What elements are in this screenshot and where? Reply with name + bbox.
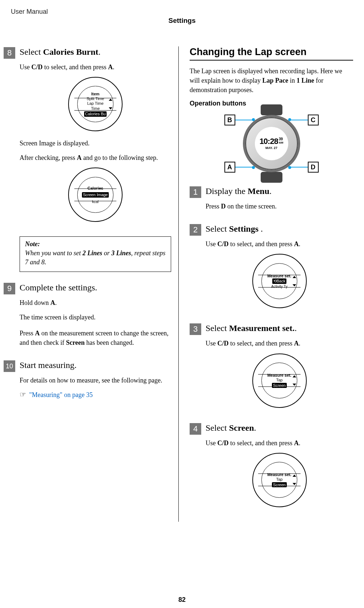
header-left: User Manual bbox=[11, 8, 48, 16]
step-title: Display the Menu. bbox=[206, 186, 353, 197]
button-label-c: C bbox=[308, 115, 319, 125]
step-body: Select Settings . Use C/D to select, and… bbox=[206, 223, 353, 315]
step-text: The time screen is displayed. bbox=[20, 313, 171, 322]
diagram-box: 10:28 39 AM MAY. 27 bbox=[203, 111, 340, 176]
step-body: Start measuring. For details on how to m… bbox=[20, 360, 171, 399]
step-body: Select Calories Burnt. Use C/D to select… bbox=[20, 46, 171, 229]
step-number: 3 bbox=[190, 323, 201, 335]
step-text: Use C/D to select, and then press A. bbox=[206, 239, 353, 249]
note-title: Note: bbox=[25, 240, 166, 248]
watch-screen-content: Calories Screen Image kcal bbox=[80, 180, 110, 210]
note-body: When you want to set 2 Lines or 3 Lines,… bbox=[25, 249, 166, 267]
button-label-a: A bbox=[224, 162, 235, 173]
step-10: 10 Start measuring. For details on how t… bbox=[4, 360, 171, 399]
step-text: Screen Image is displayed. bbox=[20, 138, 171, 148]
left-column: 8 Select Calories Burnt. Use C/D to sele… bbox=[4, 46, 178, 522]
watch-screen-content: Measure set. Tap Screen bbox=[265, 366, 294, 396]
step-text: After checking, press A and go to the fo… bbox=[20, 153, 171, 162]
step-text: For details on how to measure, see the f… bbox=[20, 376, 171, 385]
note-box: Note: When you want to set 2 Lines or 3 … bbox=[20, 236, 171, 272]
step-title: Select Measurement set.. bbox=[206, 323, 353, 334]
step-title: Start measuring. bbox=[20, 360, 171, 371]
watch-face-icon: 10:28 39 AM MAY. 27 bbox=[255, 127, 288, 160]
step-r4: 4 Select Screen. Use C/D to select, and … bbox=[190, 422, 353, 514]
step-text: Hold down A. bbox=[20, 298, 171, 307]
step-text: Use C/D to select, and then press A. bbox=[206, 339, 353, 348]
step-title: Select Calories Burnt. bbox=[20, 46, 171, 57]
step-title: Select Screen. bbox=[206, 422, 353, 433]
step-number: 9 bbox=[4, 283, 15, 294]
watch-face-icon: Item Split Time Lap Time Time Calories B… bbox=[68, 77, 123, 131]
indicator-dot bbox=[252, 166, 255, 169]
button-label-b: B bbox=[224, 115, 235, 125]
right-column: Changing the Lap screen The Lap screen i… bbox=[178, 46, 353, 522]
step-r1: 1 Display the Menu. Press D on the time … bbox=[190, 186, 353, 216]
watch-face-icon: Measure set. Tap Screen bbox=[252, 453, 307, 507]
watch-strap-icon bbox=[261, 104, 282, 115]
step-8: 8 Select Calories Burnt. Use C/D to sele… bbox=[4, 46, 171, 229]
header: User Manual Settings bbox=[0, 7, 364, 21]
watch-screen-content: Measure set. Tap Screen bbox=[265, 465, 294, 495]
step-number: 8 bbox=[4, 47, 15, 59]
step-number: 10 bbox=[4, 360, 15, 372]
indicator-line bbox=[290, 120, 309, 120]
step-r2: 2 Select Settings . Use C/D to select, a… bbox=[190, 223, 353, 315]
step-text: Use C/D to select, and then press A. bbox=[20, 62, 171, 72]
step-body: Display the Menu. Press D on the time sc… bbox=[206, 186, 353, 216]
indicator-line bbox=[290, 167, 309, 167]
divider bbox=[190, 60, 353, 61]
watch-face-icon: Calories Screen Image kcal bbox=[68, 167, 123, 222]
watch-body-icon: 10:28 39 AM MAY. 27 bbox=[245, 117, 298, 170]
cross-reference: ☞ "Measuring" on page 35 bbox=[20, 390, 171, 399]
columns: 8 Select Calories Burnt. Use C/D to sele… bbox=[0, 46, 364, 522]
indicator-line bbox=[235, 120, 253, 120]
step-body: Select Measurement set.. Use C/D to sele… bbox=[206, 323, 353, 415]
step-number: 1 bbox=[190, 186, 201, 198]
watch-screen-content: Item Split Time Lap Time Time Calories B… bbox=[80, 89, 110, 119]
page-number: 82 bbox=[178, 596, 186, 604]
header-section-title: Settings bbox=[169, 17, 196, 25]
watch-screen-measureset: Measure set. Tap Screen bbox=[206, 353, 353, 408]
step-number: 4 bbox=[190, 423, 201, 435]
watch-strap-icon bbox=[261, 172, 282, 183]
watch-screen-item: Item Split Time Lap Time Time Calories B… bbox=[20, 77, 171, 131]
document-page: User Manual Settings 8 Select Calories B… bbox=[0, 0, 364, 608]
section-heading: Changing the Lap screen bbox=[190, 46, 353, 58]
watch-seconds: 39 bbox=[279, 137, 283, 141]
watch-screen-calories: Calories Screen Image kcal bbox=[20, 167, 171, 222]
indicator-dot bbox=[288, 166, 291, 169]
watch-time: 10:28 bbox=[260, 137, 278, 145]
indicator-dot bbox=[252, 118, 255, 121]
operation-buttons-diagram: 10:28 39 AM MAY. 27 bbox=[190, 111, 353, 176]
step-text: Press D on the time screen. bbox=[206, 202, 353, 211]
watch-screen-screen: Measure set. Tap Screen bbox=[206, 453, 353, 507]
step-title: Select Settings . bbox=[206, 223, 353, 234]
step-title: Complete the settings. bbox=[20, 282, 171, 293]
watch-face-icon: Measure set. Tap Screen bbox=[252, 353, 307, 408]
step-9: 9 Complete the settings. Hold down A. Th… bbox=[4, 282, 171, 352]
watch-ampm: AM bbox=[279, 141, 283, 144]
step-number: 2 bbox=[190, 224, 201, 236]
intro-paragraph: The Lap screen is displayed when recordi… bbox=[190, 66, 353, 95]
step-text: Press A on the measurement screen to cha… bbox=[20, 328, 171, 347]
watch-screen-settings: Measure set. ⟲Back Activity Ty bbox=[206, 254, 353, 308]
watch-screen-content: Measure set. ⟲Back Activity Ty bbox=[265, 266, 294, 296]
button-label-d: D bbox=[308, 162, 319, 173]
watch-date: MAY. 27 bbox=[265, 146, 277, 150]
step-r3: 3 Select Measurement set.. Use C/D to se… bbox=[190, 323, 353, 415]
watch-face-icon: Measure set. ⟲Back Activity Ty bbox=[252, 254, 307, 308]
cross-reference-link[interactable]: "Measuring" on page 35 bbox=[29, 391, 93, 398]
indicator-dot bbox=[288, 118, 291, 121]
indicator-line bbox=[235, 167, 253, 167]
pointer-icon: ☞ bbox=[20, 390, 26, 398]
step-text: Use C/D to select, and then press A. bbox=[206, 438, 353, 448]
step-body: Select Screen. Use C/D to select, and th… bbox=[206, 422, 353, 514]
step-body: Complete the settings. Hold down A. The … bbox=[20, 282, 171, 352]
